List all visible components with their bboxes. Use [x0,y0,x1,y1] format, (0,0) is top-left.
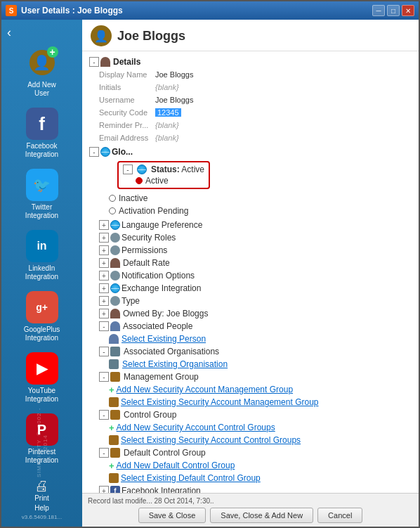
management-group-toggle[interactable]: - [99,372,109,382]
type-row[interactable]: + Type [98,295,413,307]
language-toggle[interactable]: + [99,220,109,230]
print-label[interactable]: Print [34,494,49,503]
sidebar-item-linkedin[interactable]: in LinkedInIntegration [11,226,74,285]
owned-by-row[interactable]: + Owned By: Joe Bloggs [98,307,413,320]
sidebar-item-add-new-user[interactable]: 👤 + Add NewUser [11,42,74,102]
control-group-label: Control Group [124,410,176,420]
add-management-link[interactable]: Add New Security Account Management Grou… [117,385,293,394]
activation-pending-row[interactable]: Activation Pending [107,205,413,217]
status-highlight-container: - Status: Active Active [107,158,413,192]
add-new-default-control-row[interactable]: + Add New Default Control Group [107,459,413,472]
associated-orgs-toggle[interactable]: - [99,347,109,356]
youtube-icon: ▶ [26,352,58,385]
associated-orgs-label: Associated Organisations [124,347,219,356]
type-toggle[interactable]: + [99,296,109,306]
security-roles-toggle[interactable]: + [99,233,109,243]
plus-icon: + [47,46,58,58]
main-content: ‹ 👤 + Add NewUser f FacebookIntegration … [1,20,419,527]
exchange-toggle[interactable]: + [99,283,109,293]
default-rate-toggle[interactable]: + [99,258,109,268]
email-value: {blank} [155,134,179,142]
sidebar-item-twitter[interactable]: 🐦 TwitterIntegration [11,165,74,224]
exchange-label: Exchange Integration [122,283,201,293]
sidebar-watermark: SIMPLICITY © 2002 - 2014 [1,400,82,484]
maximize-button[interactable]: □ [387,5,400,16]
default-control-toggle[interactable]: - [99,448,109,458]
global-toggle[interactable]: - [89,147,99,157]
sidebar-item-youtube[interactable]: ▶ YouTubeIntegration [11,348,74,408]
detail-scroll-area[interactable]: - Details Display Name Joe Bloggs Initia… [82,51,419,493]
select-control-icon [109,435,119,445]
sidebar-item-facebook[interactable]: f FacebookIntegration [11,103,74,163]
select-default-control-row[interactable]: Select Existing Default Control Group [107,472,413,484]
twitter-icon: 🐦 [26,169,58,201]
status-date: 28 Oct 2014, 7:30.. [155,497,214,505]
owned-by-toggle[interactable]: + [99,309,109,318]
permissions-row[interactable]: + Permissions [98,244,413,257]
status-toggle[interactable]: - [123,165,133,174]
default-rate-row[interactable]: + Default Rate [98,257,413,269]
associated-orgs-row[interactable]: - Associated Organisations [98,345,413,358]
sidebar-item-label: GooglePlusIntegration [24,326,60,342]
control-group-toggle[interactable]: - [99,410,109,420]
default-control-label: Default Control Group [124,448,206,458]
inactive-row[interactable]: Inactive [107,192,413,205]
window-title: User Details : Joe Bloggs [21,6,123,15]
security-roles-row[interactable]: + Security Roles [98,231,413,244]
close-button[interactable]: ✕ [402,5,414,16]
select-control-link[interactable]: Select Existing Security Account Control… [121,435,301,445]
cancel-button[interactable]: Cancel [317,508,362,523]
select-existing-person-row[interactable]: Select Existing Person [107,333,413,345]
language-row[interactable]: + Langauge Preference [98,219,413,231]
printer-icon[interactable]: 🖨 [34,478,48,494]
app-icon: S [6,5,17,16]
associated-people-row[interactable]: - Associated People [98,320,413,333]
exchange-row[interactable]: + Exchange Integration [98,282,413,295]
management-group-row[interactable]: - Management Group [98,371,413,383]
status-globe-icon [137,165,147,174]
save-close-add-button[interactable]: Save, Close & Add New [210,508,313,523]
add-new-management-row[interactable]: + Add New Security Account Management Gr… [107,383,413,396]
details-label: Details [113,57,140,67]
default-control-group-row[interactable]: - Default Control Group [98,446,413,459]
action-buttons: Save & Close Save, Close & Add New Cance… [88,508,413,523]
active-option-row[interactable]: Active [136,176,204,186]
management-group-icon [110,372,120,382]
person-icon [100,57,110,67]
global-header-row[interactable]: - Glo... [88,146,413,158]
help-label[interactable]: Help [34,504,49,513]
activation-pending-radio[interactable] [109,207,116,214]
sidebar-item-googleplus[interactable]: g+ GooglePlusIntegration [11,287,74,347]
facebook-integration-row[interactable]: + f Facebook Integration [98,484,413,493]
reminder-value: {blank} [155,121,179,129]
sidebar-item-label: TwitterIntegration [25,203,58,220]
control-group-row[interactable]: - Control Group [98,408,413,421]
active-radio[interactable] [136,177,143,184]
associated-people-toggle[interactable]: - [99,321,109,331]
add-new-control-row[interactable]: + Add New Security Account Control Group… [107,421,413,434]
permissions-toggle[interactable]: + [99,245,109,255]
add-control-link[interactable]: Add New Security Account Control Groups [117,423,275,432]
reminder-row: Reminder Pr... {blank} [98,119,413,131]
sidebar-back-arrow[interactable]: ‹ [7,25,11,40]
select-org-icon [109,359,119,369]
active-label: Active [145,176,169,186]
save-close-button[interactable]: Save & Close [138,508,206,523]
add-default-control-link[interactable]: Add New Default Control Group [117,461,235,470]
language-label: Langauge Preference [122,220,202,230]
select-control-row[interactable]: Select Existing Security Account Control… [107,434,413,446]
details-header-row[interactable]: - Details [88,56,413,68]
select-existing-org-link[interactable]: Select Existing Organisation [122,359,228,369]
select-management-row[interactable]: Select Existing Security Account Managem… [107,396,413,408]
select-existing-org-row[interactable]: Select Existing Organisation [107,358,413,371]
notification-toggle[interactable]: + [99,271,109,281]
inactive-radio[interactable] [109,195,116,202]
facebook-integration-toggle[interactable]: + [99,486,109,493]
minimize-button[interactable]: ─ [372,5,385,16]
associated-people-label: Associated People [123,321,192,331]
select-default-control-link[interactable]: Select Existing Default Control Group [121,473,261,483]
details-toggle[interactable]: - [89,57,99,67]
select-existing-person-link[interactable]: Select Existing Person [122,334,206,344]
select-management-link[interactable]: Select Existing Security Account Managem… [121,397,318,407]
notification-row[interactable]: + Notification Options [98,269,413,282]
